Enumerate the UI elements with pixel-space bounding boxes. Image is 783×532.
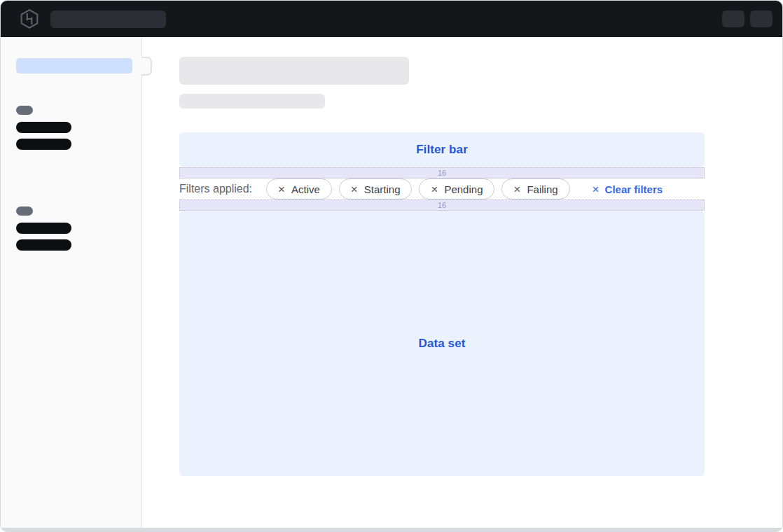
main-content: Filter bar 16 Filters applied: × Active … <box>142 37 782 532</box>
hashicorp-logo-icon <box>20 9 39 29</box>
spacing-annotation-top: 16 <box>179 167 705 178</box>
clear-filters-x-icon: × <box>593 183 600 195</box>
window-bottom-edge <box>1 528 782 531</box>
search-input-placeholder[interactable] <box>50 10 166 28</box>
filters-applied-row: Filters applied: × Active × Starting × P <box>179 178 705 200</box>
sidebar-section-heading-placeholder-2 <box>16 206 33 216</box>
spacing-annotation-bottom: 16 <box>179 200 705 211</box>
filters-applied-label: Filters applied: <box>179 183 252 195</box>
filter-bar-region: Filter bar <box>179 132 705 167</box>
clear-filters-link[interactable]: × Clear filters <box>593 183 663 195</box>
dismiss-icon: × <box>513 183 520 195</box>
sidebar-flyout-notch <box>141 57 152 76</box>
window-body: Filter bar 16 Filters applied: × Active … <box>1 37 782 532</box>
filter-bar-region-label: Filter bar <box>416 143 468 157</box>
filter-tag-list: × Active × Starting × Pending × <box>266 178 570 200</box>
topbar-actions <box>722 10 772 27</box>
dismiss-icon: × <box>278 183 285 195</box>
filter-tag-failing[interactable]: × Failing <box>501 178 569 200</box>
app-window: Filter bar 16 Filters applied: × Active … <box>0 0 783 532</box>
filter-tag-starting[interactable]: × Starting <box>339 178 413 200</box>
topbar-button-placeholder-2[interactable] <box>750 10 772 27</box>
filter-tag-pending[interactable]: × Pending <box>419 178 494 200</box>
top-nav-bar <box>1 1 782 37</box>
dismiss-icon: × <box>351 183 358 195</box>
filter-tag-label: Starting <box>364 183 401 195</box>
dismiss-icon: × <box>431 183 438 195</box>
data-set-region: Data set <box>179 211 705 476</box>
data-set-region-label: Data set <box>419 337 466 351</box>
filter-tag-label: Active <box>291 183 320 195</box>
spacing-annotation-bottom-value: 16 <box>438 202 446 209</box>
sidebar-link-placeholder-4[interactable] <box>16 239 71 251</box>
sidebar-link-placeholder-2[interactable] <box>16 139 71 150</box>
filter-tag-label: Pending <box>444 183 483 195</box>
spacing-annotation-top-value: 16 <box>438 169 446 177</box>
topbar-button-placeholder-1[interactable] <box>722 10 744 27</box>
filter-tag-active[interactable]: × Active <box>266 178 332 200</box>
page-title-placeholder <box>179 57 409 85</box>
sidebar-link-placeholder-1[interactable] <box>16 122 71 133</box>
sidebar-active-item-placeholder[interactable] <box>16 58 132 74</box>
clear-filters-label: Clear filters <box>605 183 663 195</box>
sidebar <box>1 37 142 532</box>
page-subtitle-placeholder <box>179 94 325 108</box>
sidebar-link-placeholder-3[interactable] <box>16 223 71 234</box>
sidebar-section-heading-placeholder-1 <box>16 106 33 115</box>
filter-tag-label: Failing <box>527 183 557 195</box>
